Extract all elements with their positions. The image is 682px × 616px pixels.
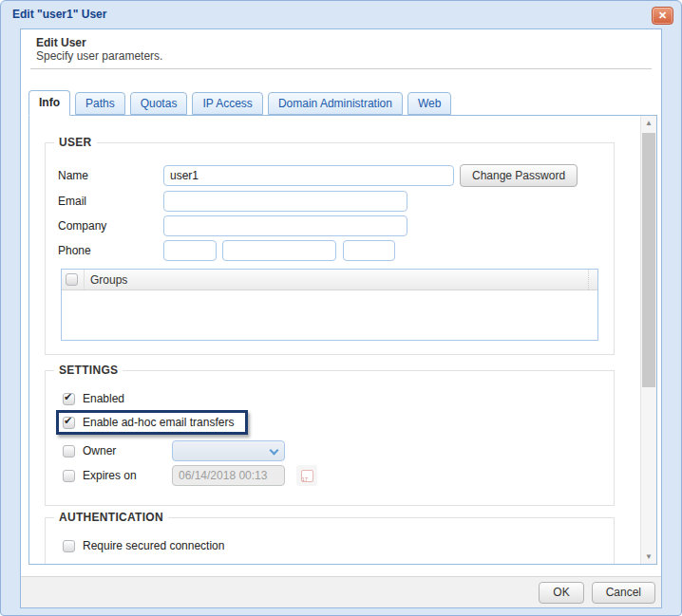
company-row: Company bbox=[58, 215, 614, 236]
check-icon: ✔ bbox=[64, 415, 72, 427]
tab-bar: Info Paths Quotas IP Access Domain Admin… bbox=[28, 89, 661, 115]
scroll-up-icon[interactable]: ▲ bbox=[641, 119, 656, 127]
company-field[interactable] bbox=[163, 215, 407, 236]
settings-fieldset-legend: SETTINGS bbox=[54, 364, 123, 377]
check-icon: ✔ bbox=[64, 391, 72, 403]
expires-row: Expires on 17 bbox=[63, 465, 614, 486]
dialog-title: Edit "user1" User bbox=[1, 1, 681, 28]
owner-row: Owner bbox=[63, 440, 614, 461]
phone-row: Phone bbox=[58, 240, 614, 261]
email-field[interactable] bbox=[163, 191, 407, 212]
tab-content-info: USER Name Change Password Email Company … bbox=[28, 115, 657, 565]
header-separator bbox=[30, 68, 652, 69]
change-password-button[interactable]: Change Password bbox=[460, 164, 578, 187]
authentication-fieldset-legend: AUTHENTICATION bbox=[54, 511, 168, 524]
chevron-down-icon bbox=[270, 446, 279, 456]
edit-user-dialog: Edit "user1" User ✕ Edit User Specify us… bbox=[0, 0, 682, 616]
dialog-footer: OK Cancel bbox=[21, 576, 661, 607]
tab-paths[interactable]: Paths bbox=[75, 92, 125, 115]
require-secured-label: Require secured connection bbox=[83, 539, 224, 552]
phone-field-ext[interactable] bbox=[343, 240, 395, 261]
tab-ip-access[interactable]: IP Access bbox=[192, 92, 262, 115]
form-header-title: Edit User bbox=[36, 36, 661, 49]
adhoc-email-checkbox[interactable]: ✔ bbox=[63, 417, 75, 429]
ok-button[interactable]: OK bbox=[539, 582, 583, 604]
tab-domain-administration[interactable]: Domain Administration bbox=[268, 92, 403, 115]
name-row: Name Change Password bbox=[58, 164, 614, 187]
name-input[interactable] bbox=[163, 165, 454, 186]
groups-column-header: Groups bbox=[90, 273, 127, 287]
settings-fieldset: SETTINGS ✔ Enabled ✔ Enable ad-hoc email… bbox=[45, 370, 615, 506]
calendar-icon: 17 bbox=[301, 470, 313, 482]
require-secured-checkbox[interactable] bbox=[63, 540, 75, 552]
form-header-subtitle: Specify user parameters. bbox=[36, 49, 661, 63]
calendar-icon-day: 17 bbox=[302, 476, 309, 482]
groups-table-header: Groups bbox=[62, 270, 597, 290]
expires-label: Expires on bbox=[83, 469, 164, 482]
groups-header-spacer bbox=[588, 270, 597, 289]
phone-label: Phone bbox=[58, 244, 163, 257]
dialog-body-panel: Edit User Specify user parameters. Info … bbox=[20, 28, 662, 608]
groups-select-all-checkbox[interactable] bbox=[66, 273, 78, 286]
adhoc-highlight-box: ✔ Enable ad-hoc email transfers bbox=[56, 410, 248, 435]
user-fieldset: USER Name Change Password Email Company … bbox=[45, 142, 615, 355]
require-secured-row: Require secured connection bbox=[63, 539, 614, 552]
form-header: Edit User Specify user parameters. bbox=[21, 29, 661, 63]
expires-date-input[interactable] bbox=[172, 465, 285, 486]
tab-web[interactable]: Web bbox=[407, 92, 451, 115]
close-icon[interactable]: ✕ bbox=[652, 7, 673, 25]
cancel-button[interactable]: Cancel bbox=[592, 582, 655, 604]
expires-checkbox[interactable] bbox=[63, 470, 75, 482]
owner-checkbox[interactable] bbox=[63, 445, 75, 457]
calendar-picker-button[interactable]: 17 bbox=[296, 465, 317, 486]
adhoc-row-wrapper: ✔ Enable ad-hoc email transfers bbox=[58, 405, 614, 435]
tab-quotas[interactable]: Quotas bbox=[130, 92, 188, 115]
enabled-checkbox[interactable]: ✔ bbox=[63, 393, 75, 405]
vertical-scrollbar[interactable]: ▲ ▼ bbox=[640, 116, 656, 564]
enabled-label: Enabled bbox=[83, 392, 124, 405]
tab-info[interactable]: Info bbox=[28, 90, 70, 116]
user-fieldset-legend: USER bbox=[54, 136, 97, 149]
adhoc-email-label: Enable ad-hoc email transfers bbox=[83, 416, 234, 429]
name-label: Name bbox=[58, 169, 163, 182]
owner-select[interactable] bbox=[172, 440, 285, 461]
phone-field-number[interactable] bbox=[222, 240, 336, 261]
scroll-down-icon[interactable]: ▼ bbox=[641, 552, 656, 561]
owner-label: Owner bbox=[83, 444, 164, 457]
groups-table: Groups bbox=[61, 269, 598, 341]
authentication-fieldset: AUTHENTICATION Require secured connectio… bbox=[45, 517, 615, 565]
email-label: Email bbox=[58, 195, 163, 208]
phone-field-area[interactable] bbox=[163, 240, 217, 261]
company-label: Company bbox=[58, 219, 163, 233]
scrollbar-thumb[interactable] bbox=[642, 133, 655, 387]
groups-table-body[interactable] bbox=[62, 290, 597, 340]
enabled-row: ✔ Enabled bbox=[63, 392, 614, 405]
groups-select-all-cell bbox=[62, 270, 85, 289]
email-row: Email bbox=[58, 191, 614, 212]
